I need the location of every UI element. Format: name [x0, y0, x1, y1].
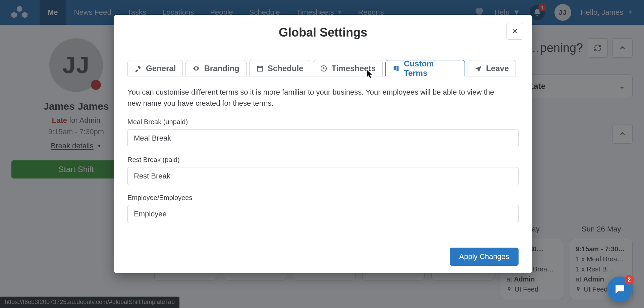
eye-icon: [193, 65, 200, 72]
field-label-employee: Employee/Employees: [127, 194, 519, 202]
chat-badge: 2: [625, 275, 634, 285]
modal-footer: Apply Changes: [114, 240, 532, 273]
tab-general[interactable]: General: [127, 60, 183, 76]
modal-title: Global Settings: [127, 25, 519, 40]
field-label-rest-break: Rest Break (paid): [127, 156, 519, 164]
tools-icon: [135, 65, 142, 72]
tab-timesheets[interactable]: Timesheets: [313, 60, 383, 76]
plane-icon: [475, 65, 482, 72]
tab-branding[interactable]: Branding: [185, 60, 246, 76]
modal-header: Global Settings: [114, 15, 532, 49]
global-settings-modal: Global Settings General Branding Schedul…: [114, 15, 532, 273]
tab-custom-terms[interactable]: Custom Terms: [385, 60, 465, 76]
modal-body: General Branding Schedule Timesheets Cus…: [114, 49, 532, 240]
settings-tabs: General Branding Schedule Timesheets Cus…: [127, 60, 519, 76]
tab-leave[interactable]: Leave: [468, 60, 516, 76]
employee-input[interactable]: [127, 205, 519, 223]
meal-break-input[interactable]: [127, 129, 519, 147]
chat-launcher[interactable]: 2: [607, 276, 633, 302]
tab-schedule[interactable]: Schedule: [249, 60, 311, 76]
book-icon: [392, 65, 400, 72]
rest-break-input[interactable]: [127, 167, 519, 185]
clock-icon: [320, 65, 327, 72]
modal-close-button[interactable]: [506, 23, 523, 40]
calendar-icon: [256, 65, 264, 72]
field-label-meal-break: Meal Break (unpaid): [127, 118, 519, 126]
custom-terms-description: You can customise different terms so it …: [127, 87, 506, 109]
apply-changes-button[interactable]: Apply Changes: [450, 248, 519, 266]
